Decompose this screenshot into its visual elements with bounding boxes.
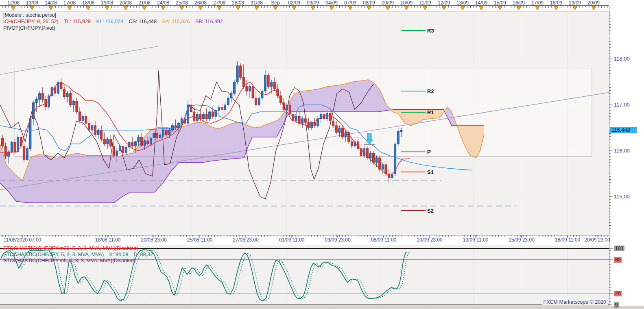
stoch-m30-legend: STOCHASTIC(CHF/JPY.m30, 5, 3, 3, MVA, MV… [3,246,153,252]
top-axis-date-label: 28/08 [232,0,244,6]
ich-name: ICH(CHF/JPY, 9, 26, 52) [3,19,59,24]
bottom-axis-time-label: 20/09 23:00 [584,237,610,243]
top-axis-date-label: 13/09 [456,0,469,6]
top-axis-date-label: 03/09 [307,0,319,6]
ich-cs-value: CS: 116,448 [129,19,157,24]
stoch-d-value: D: 89,32 [134,252,153,257]
ich-tl-value: TL: 115,829 [64,19,91,24]
top-axis-date-label: 27/08 [213,0,225,6]
bottom-axis-time-label: 13/09 11:00 [463,237,489,243]
bottom-axis-time-label: 18/08 11:00 [95,237,121,243]
top-axis-date-label: 18/08 [82,0,94,6]
pivot-label-p: P [427,149,431,155]
bottom-axis-time-label: 01/09 11:00 [279,237,305,243]
bottom-axis-time-label: 11/08/2020 07:00 [4,237,41,243]
top-axis-date-label: 31/08 [251,0,263,6]
top-axis-date-label: 24/08 [157,0,169,6]
top-axis-date-label: 11/09 [419,0,431,6]
top-axis-date-label: 19/08 [101,0,113,6]
bottom-axis-time-label: 08/09 11:00 [371,237,397,243]
stochastic-legend: STOCHASTIC(CHF/JPY.m30, 5, 3, 3, MVA, MV… [3,246,153,264]
top-axis-date-label: 14/08 [45,0,57,6]
pivot-label-r2: R2 [427,88,434,94]
top-axis-date-label: 15/09 [494,0,506,6]
price-axis-label: 116,00 [614,148,630,154]
top-axis-date-label: 02/09 [288,0,300,6]
stoch-level-label-0: 0 [614,302,619,308]
copyright-label: FXCM Marketscope © 2020 [542,299,608,305]
bottom-axis-time-label: 27/08 23:00 [233,237,258,243]
top-axis-date-label: 18/09 [550,0,562,6]
top-axis-date-label: 21/08 [138,0,151,6]
top-axis-date-label: 25/08 [176,0,188,6]
bottom-axis-time-label: 20/08 23:00 [141,237,166,243]
ich-kl-value: KL: 116,024 [96,19,123,24]
top-axis-date-label: 17/09 [531,0,544,6]
indicator-legend: [Modele : stocha perso] ICH(CHF/JPY, 9, … [3,12,223,31]
top-axis-date-label: 09/09 [382,0,394,6]
stoch-level-label-20: 20 [614,291,622,296]
ichimoku-legend-line: ICH(CHF/JPY, 9, 26, 52) TL: 115,829 KL: … [3,18,223,25]
pivot-label-s1: S1 [427,169,434,175]
top-axis-date-label: Sep [271,0,279,6]
stoch-level-label-100: 100 [614,246,624,251]
ich-sb-value: SB: 116,492 [195,19,223,24]
stoch-level-label-80: 80 [614,257,622,263]
bottom-axis-time-label: 15/09 23:00 [509,237,534,243]
pivot-label-s2: S2 [427,208,434,214]
top-axis-date-label: 17/08 [63,0,76,6]
pivot-legend: PIVOT(CHF/JPY,Pivot) [3,25,223,31]
stoch-m5-legend: STOCHASTIC(CHF/JPY.m5, 5, 3, 3, MVA, MVA… [3,258,153,264]
top-axis-date-label: 19/09 [569,0,581,6]
top-axis-date-label: 04/09 [325,0,338,6]
price-axis-label: 115,00 [614,194,630,200]
top-axis-date-label: 26/08 [194,0,207,6]
pivot-label-r3: R3 [427,28,434,34]
pivot-label-r1: R1 [427,109,434,115]
stoch-k-value: K: 94,08 [109,252,129,257]
top-axis-date-label: 20/09 [587,0,600,6]
top-axis-date-label: 16/09 [513,0,525,6]
price-axis-label: 118,00 [614,56,630,62]
bottom-axis-time-label: 10/09 23:00 [417,237,442,243]
top-axis-date-label: 14/09 [475,0,487,6]
bottom-axis-time-label: 25/08 11:00 [187,237,213,243]
top-axis-date-label: 12/09 [438,0,450,6]
top-axis-date-label: 12/08 [7,0,20,6]
top-axis-date-label: 07/09 [344,0,356,6]
top-axis-date-label: 20/08 [120,0,132,6]
stoch-main-legend: STOCHASTIC(CHF/JPY, 5, 3, 3, MVA, MVA) K… [3,252,153,258]
top-axis-date-label: 10/09 [400,0,413,6]
top-axis-date-label: 13/08 [26,0,38,6]
top-axis-date-label: 08/09 [363,0,375,6]
model-label: [Modele : stocha perso] [3,12,223,18]
price-axis-label: 117,00 [614,102,630,108]
bottom-axis-time-label: 18/09 11:00 [555,237,581,243]
bottom-axis-time-label: 03/09 23:00 [325,237,350,243]
ich-sa-value: SA: 115,926 [162,19,190,24]
current-price-tag: 116,448 [610,127,637,133]
trading-chart-window: 12/0813/0814/0817/0818/0819/0820/0821/08… [0,0,644,309]
